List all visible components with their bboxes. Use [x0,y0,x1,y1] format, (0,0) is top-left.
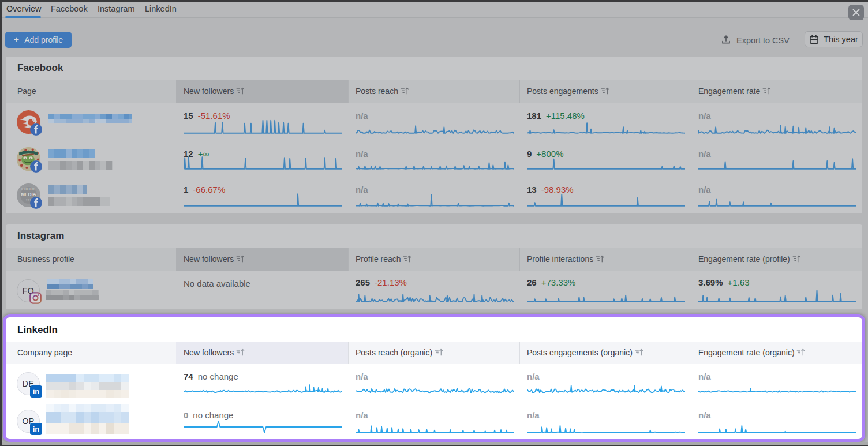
svg-text:LOCIRE: LOCIRE [21,187,36,191]
